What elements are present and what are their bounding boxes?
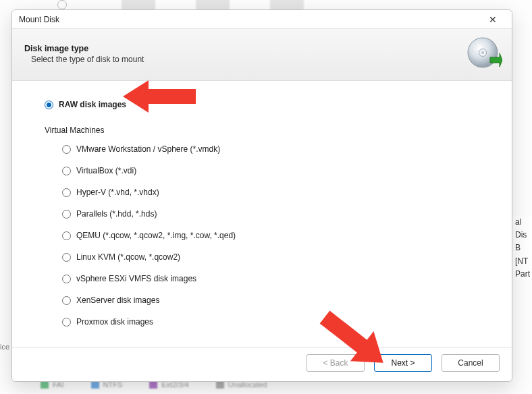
option-label: vSphere ESXi VMFS disk images (76, 274, 196, 283)
option-label: Linux KVM (*.qcow, *.qcow2) (76, 252, 180, 262)
radio-icon (62, 145, 71, 154)
wizard-footer: < Back Next > Cancel (12, 347, 512, 381)
option-raw-disk-images[interactable]: RAW disk images (45, 98, 487, 111)
back-button[interactable]: < Back (307, 354, 365, 372)
radio-icon (62, 167, 71, 175)
option-label: RAW disk images (59, 100, 126, 109)
wizard-heading: Disk image type (24, 44, 144, 53)
option-label: VirtualBox (*.vdi) (76, 166, 136, 175)
group-heading-virtual-machines: Virtual Machines (45, 125, 487, 135)
titlebar: Mount Disk ✕ (12, 10, 512, 29)
backdrop-left-label: ice (0, 343, 9, 351)
option-linuxkvm[interactable]: Linux KVM (*.qcow, *.qcow2) (62, 251, 487, 263)
option-label: Hyper-V (*.vhd, *.vhdx) (76, 188, 159, 197)
option-qemu[interactable]: QEMU (*.qcow, *.qcow2, *.img, *.cow, *.q… (62, 229, 487, 242)
option-label: VMware Workstation / vSphere (*.vmdk) (76, 144, 220, 154)
option-label: Parallels (*.hdd, *.hds) (76, 209, 157, 219)
radio-icon (62, 253, 71, 262)
option-label: Proxmox disk images (76, 317, 153, 327)
option-proxmox[interactable]: Proxmox disk images (62, 316, 487, 328)
radio-icon (62, 275, 71, 283)
option-label: QEMU (*.qcow, *.qcow2, *.img, *.cow, *.q… (76, 231, 236, 240)
radio-icon (45, 101, 53, 109)
close-icon: ✕ (489, 15, 497, 24)
wizard-content: RAW disk images Virtual Machines VMware … (12, 81, 512, 347)
option-virtualbox[interactable]: VirtualBox (*.vdi) (62, 165, 487, 177)
option-vmware[interactable]: VMware Workstation / vSphere (*.vmdk) (62, 143, 487, 155)
radio-icon (62, 188, 71, 197)
disc-mount-icon (466, 36, 502, 72)
wizard-header: Disk image type Select the type of disk … (12, 29, 512, 81)
radio-icon (62, 318, 71, 327)
option-xen[interactable]: XenServer disk images (62, 294, 487, 306)
radio-icon (62, 231, 71, 240)
radio-icon (62, 210, 71, 219)
radio-icon (62, 296, 71, 305)
vm-options-group: VMware Workstation / vSphere (*.vmdk)Vir… (45, 143, 487, 328)
option-hyperv[interactable]: Hyper-V (*.vhd, *.vhdx) (62, 186, 487, 198)
backdrop-right-text: al Dis B [NT Part (512, 216, 532, 281)
option-parallels[interactable]: Parallels (*.hdd, *.hds) (62, 208, 487, 220)
backdrop-radio (57, 0, 67, 9)
svg-point-2 (481, 51, 484, 54)
close-button[interactable]: ✕ (479, 11, 506, 28)
titlebar-title: Mount Disk (19, 15, 59, 24)
mount-disk-dialog: Mount Disk ✕ Disk image type Select the … (11, 9, 512, 382)
option-label: XenServer disk images (76, 296, 159, 305)
wizard-subheading: Select the type of disk to mount (24, 55, 144, 64)
cancel-button[interactable]: Cancel (442, 354, 500, 372)
option-esxi[interactable]: vSphere ESXi VMFS disk images (62, 273, 487, 285)
next-button[interactable]: Next > (374, 354, 432, 372)
